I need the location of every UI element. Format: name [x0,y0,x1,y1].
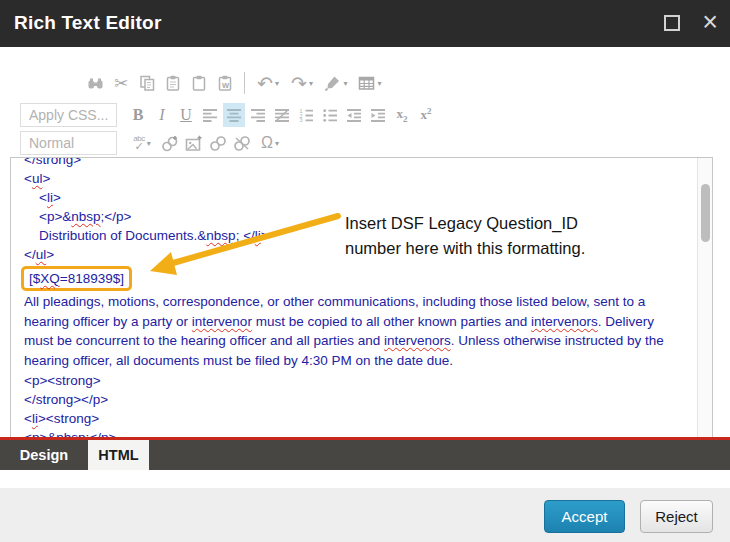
align-center-icon [226,108,242,123]
subscript-button[interactable]: x2 [391,103,413,127]
code-line: <ul> [24,169,672,188]
clipboard-word-icon: W [217,75,233,91]
insert-link-button[interactable] [159,131,181,155]
html-source-content: </strong> <ul> <li> <p>&nbsp;</p> Distri… [11,157,712,437]
outdent-icon [346,108,362,123]
remove-alignment-button[interactable] [271,103,293,127]
insert-image-icon [185,135,203,152]
insert-link-icon [161,135,179,152]
tab-design[interactable]: Design [0,440,88,470]
editor-scrollbar-thumb[interactable] [701,184,710,242]
clipboard-plain-icon [191,75,207,91]
copy-icon [139,75,156,91]
underline-icon: U [180,106,192,124]
align-right-icon [250,108,266,123]
numbered-list-button[interactable]: 1 2 3 [295,103,317,127]
subscript-icon: x2 [397,106,408,124]
code-line: <li><strong> [24,409,672,428]
cut-button[interactable]: ✂ [110,71,132,95]
tab-html[interactable]: HTML [88,440,149,470]
chevron-down-icon: ▾ [343,79,347,88]
table-icon [358,75,375,91]
rich-text-editor-dialog: Rich Text Editor × ✂ [0,0,730,542]
link-icon [209,135,227,152]
indent-button[interactable] [367,103,389,127]
close-icon[interactable]: × [702,6,718,39]
bold-icon: B [133,106,144,124]
redo-button[interactable]: ↷▾ [287,71,317,95]
chevron-down-icon: ▾ [309,79,313,88]
legacy-question-id-token: [$XQ=818939$] [29,271,124,286]
align-center-button[interactable] [223,103,245,127]
align-left-icon [202,108,218,123]
format-painter-button[interactable]: ▾ [321,71,351,95]
unlink-icon [233,135,251,152]
toolbar-row-clipboard: ✂ W [84,70,385,96]
code-line: </strong> [24,157,672,169]
reject-button[interactable]: Reject [640,500,713,533]
code-line: </strong></p> [24,390,672,409]
toolbar-row-insert: Normal abc ✓ ▾ [20,130,285,156]
code-line: <p><strong> [24,371,672,390]
undo-button[interactable]: ↶▾ [253,71,283,95]
superscript-button[interactable]: x2 [415,103,437,127]
link-manager-button[interactable] [207,131,229,155]
editor-scrollbar[interactable] [697,158,712,437]
toolbar-row-formatting: Apply CSS... B I U [20,102,437,128]
dialog-title: Rich Text Editor [14,12,161,34]
apply-css-dropdown[interactable]: Apply CSS... [20,103,117,127]
spellcheck-button[interactable]: abc ✓ ▾ [127,131,157,155]
ordered-list-icon: 1 2 3 [298,108,314,123]
code-line: Distribution of Documents.&nbsp; </li> [24,226,672,245]
svg-text:W: W [222,81,230,90]
undo-icon: ↶ [257,74,273,93]
svg-text:3: 3 [300,117,303,123]
chevron-down-icon: ▾ [275,79,279,88]
toolbar-separator [244,72,245,94]
legacy-question-id-line: [$XQ=818939$] [21,266,672,291]
paste-plain-text-button[interactable] [188,71,210,95]
unlink-button[interactable] [231,131,253,155]
italic-icon: I [159,106,164,124]
code-line: <li> [24,188,672,207]
omega-icon: Ω [261,135,273,151]
bullet-list-button[interactable] [319,103,341,127]
view-mode-tabbar: Design HTML [0,440,730,470]
italic-button[interactable]: I [151,103,173,127]
copy-button[interactable] [136,71,158,95]
code-line: </ul> [24,245,672,264]
dialog-footer: Accept Reject [0,488,730,542]
html-source-textarea[interactable]: </strong> <ul> <li> <p>&nbsp;</p> Distri… [10,157,713,437]
chevron-down-icon: ▾ [147,139,151,148]
underline-button[interactable]: U [175,103,197,127]
spellcheck-icon: abc ✓ [133,135,144,152]
paste-from-word-button[interactable]: W [214,71,236,95]
insert-image-button[interactable] [183,131,205,155]
justify-none-icon [274,108,290,123]
paintbrush-icon [324,75,341,91]
special-character-button[interactable]: Ω ▾ [255,131,285,155]
indent-icon [370,108,386,123]
chevron-down-icon: ▾ [275,139,279,148]
paragraph-style-dropdown[interactable]: Normal [20,131,117,155]
code-line: <p>&nbsp;</p> [24,207,672,226]
insert-table-button[interactable]: ▾ [355,71,385,95]
redo-icon: ↷ [291,74,307,93]
find-button[interactable] [84,71,106,95]
chevron-down-icon: ▾ [377,79,381,88]
outdent-button[interactable] [343,103,365,127]
code-line: <p>&nbsp;</p> [24,428,672,437]
binoculars-icon [87,76,104,91]
dialog-header: Rich Text Editor × [0,0,730,47]
maximize-icon[interactable] [664,15,680,31]
body-paragraph: All pleadings, motions, correspondence, … [24,292,672,370]
legacy-question-id-highlight-box: [$XQ=818939$] [21,266,132,291]
superscript-icon: x2 [421,106,432,123]
bold-button[interactable]: B [127,103,149,127]
unordered-list-icon [322,108,338,123]
paste-button[interactable] [162,71,184,95]
align-left-button[interactable] [199,103,221,127]
align-right-button[interactable] [247,103,269,127]
accept-button[interactable]: Accept [544,500,625,533]
clipboard-icon [165,75,181,91]
